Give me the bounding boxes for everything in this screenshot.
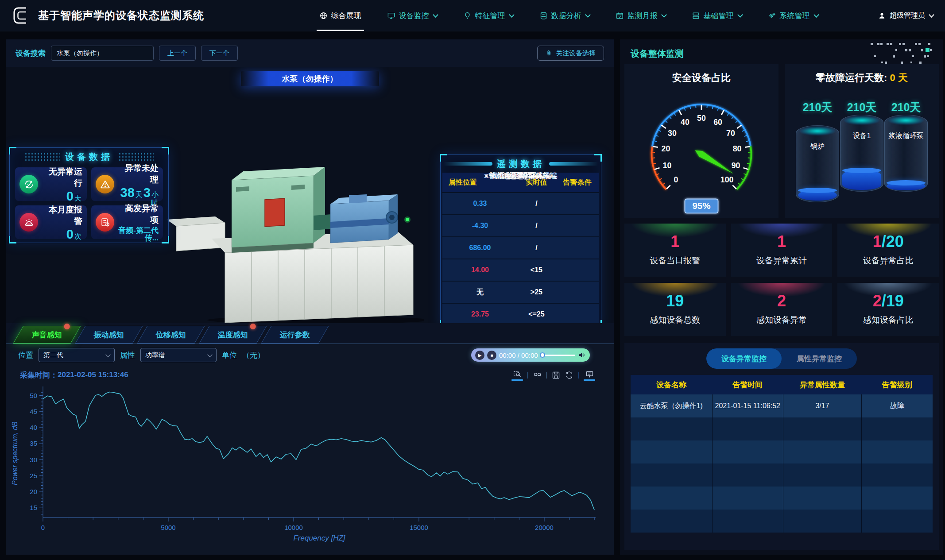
user-menu[interactable]: 超级管理员 (878, 11, 933, 20)
sense-tab[interactable]: 声音感知 (13, 326, 81, 344)
svg-text:30: 30 (668, 129, 677, 138)
dots-decoration (118, 152, 154, 161)
position-select[interactable]: 第二代 (39, 348, 115, 362)
alarm-tab[interactable]: 属性异常监控 (782, 348, 857, 369)
left-panel: 设备搜索 上一个 下一个 关注设备选择 水泵（勿操作） (6, 39, 614, 555)
next-device-button[interactable]: 下一个 (201, 46, 238, 61)
tank-cylinder: 锅炉 (796, 125, 839, 202)
tank-liquid (887, 182, 926, 190)
chevron-down-icon (929, 12, 934, 18)
svg-text:40: 40 (30, 424, 37, 431)
save-image-icon[interactable] (551, 371, 561, 380)
dots-decoration (853, 42, 933, 65)
restore-icon[interactable] (565, 371, 574, 380)
tank-liquid (842, 170, 881, 190)
device-data-panel: 设备数据 无异常运行 0天 (9, 147, 169, 243)
app-root: 基于智能声学的设备状态监测系统 综合展现 设备监控 特征管理 (0, 0, 945, 560)
position-label: 位置 (18, 350, 33, 360)
prev-device-button[interactable]: 上一个 (159, 46, 196, 61)
monitor-icon (387, 12, 395, 20)
svg-text:60: 60 (713, 118, 722, 127)
volume-icon[interactable] (578, 351, 586, 359)
globe-icon (319, 12, 328, 20)
main-nav: 综合展现 设备监控 特征管理 数据分析 (259, 0, 878, 31)
seek-slider[interactable] (541, 355, 575, 356)
user-name: 超级管理员 (890, 11, 925, 20)
zoom-reset-icon[interactable] (533, 371, 542, 380)
chevron-down-icon (813, 12, 819, 18)
tank-item: 210天 锅炉 (795, 87, 840, 218)
stat-card: 1 设备异常累计 (731, 224, 833, 277)
stop-button[interactable]: ■ (487, 351, 496, 360)
nav-item[interactable]: 特征管理 (463, 0, 514, 31)
sense-tab[interactable]: 运行参数 (261, 326, 329, 344)
calendar-icon (616, 12, 624, 20)
svg-text:0: 0 (674, 175, 678, 184)
svg-text:95%: 95% (692, 201, 710, 211)
telemetry-panel: 遥测数据 属性位置 实时值 告警条件 x 轴加速度值_泵体末端 (440, 154, 601, 323)
svg-text:50: 50 (30, 392, 37, 399)
zero-fault-card: 零故障运行天数: 0 天 210天 锅炉 (785, 64, 939, 218)
device-search-input[interactable] (51, 46, 154, 61)
attribute-select[interactable]: 功率谱 (140, 348, 217, 362)
svg-text:90: 90 (732, 161, 740, 170)
nav-item[interactable]: 监测月报 (616, 0, 666, 31)
tank-item: 210天 设备1 (840, 87, 884, 218)
alert-badge (64, 324, 70, 329)
alarm-tab[interactable]: 设备异常监控 (706, 348, 782, 369)
chevron-down-icon (433, 12, 438, 18)
telemetry-row: 测试51 无 >25 (442, 281, 599, 303)
unit-label: 单位 (222, 350, 237, 360)
play-button[interactable]: ▶ (475, 351, 484, 360)
nav-item[interactable]: 设备监控 (387, 0, 438, 31)
area-zoom-icon[interactable] (511, 370, 523, 381)
user-icon (878, 12, 886, 20)
stat-card: 1 设备当日报警 (624, 224, 726, 277)
telemetry-title: 遥测数据 (497, 158, 545, 170)
main-content: 设备搜索 上一个 下一个 关注设备选择 水泵（勿操作） (0, 31, 945, 560)
server-icon (692, 12, 700, 20)
nav-item[interactable]: 系统管理 (768, 0, 818, 31)
dots-decoration (24, 152, 60, 161)
svg-text:Frequency [HZ]: Frequency [HZ] (293, 534, 345, 542)
svg-text:30: 30 (30, 456, 37, 463)
database-icon (539, 12, 548, 20)
overview-title: 设备整体监测 (631, 48, 684, 60)
device-data-title: 设备数据 (65, 151, 113, 163)
pump-3d-model (159, 129, 424, 323)
data-view-icon[interactable] (584, 370, 595, 381)
paperclip-icon (546, 50, 553, 57)
tank-cylinder: 浆液循环泵 (884, 115, 928, 192)
telemetry-row: 位移_泵体首端X轴 686.00 / (442, 236, 599, 259)
power-spectrum-chart: 050001000015000200001520253035404550Freq… (6, 384, 614, 553)
chevron-down-icon (207, 352, 212, 357)
svg-text:Power spectrum, dB: Power spectrum, dB (11, 421, 19, 485)
sense-tab[interactable]: 振动感知 (75, 326, 143, 344)
model-viewport[interactable]: 水泵（勿操作） (6, 67, 614, 323)
chart-toolbox: | | | (511, 370, 595, 381)
stat-card: 2 感知设备异常 (731, 283, 833, 336)
svg-text:10000: 10000 (284, 524, 303, 531)
telemetry-table: 属性位置 实时值 告警条件 x 轴加速度值_泵体末端 0.33 / (441, 173, 601, 323)
device-stat-card: 异常未处理 38天3小时 (91, 167, 163, 201)
sense-tab[interactable]: 温度感知 (199, 326, 267, 344)
capture-time-label: 采集时间： (20, 370, 58, 380)
spectrum-controls: 位置 第二代 属性 功率谱 单位 （无） ▶ ■ 00: (6, 344, 614, 366)
nav-item[interactable]: 数据分析 (539, 0, 590, 31)
device-stat-card: 高发异常项 音频-第二代传... (91, 205, 163, 239)
alarm-monitor-card: 设备异常监控 属性异常监控 设备名称告警时间异常属性数量告警级别云酷水泵（勿操作… (624, 343, 939, 550)
device-stat-card: 无异常运行 0天 (15, 167, 87, 201)
focus-device-button[interactable]: 关注设备选择 (537, 46, 604, 61)
stat-card: 19 感知设备总数 (624, 283, 726, 336)
nav-item[interactable]: 综合展现 (319, 0, 361, 31)
nav-item[interactable]: 基础管理 (692, 0, 742, 31)
slider-knob[interactable] (540, 352, 545, 358)
player-time: 00:00 / 00:00 (499, 351, 538, 359)
sense-tab[interactable]: 位移感知 (137, 326, 205, 344)
svg-text:50: 50 (697, 114, 706, 123)
alarm-row[interactable]: 云酷水泵（勿操作1)2021-01-15 11:06:523/17故障 (631, 394, 933, 417)
alarm-empty-row (631, 510, 933, 533)
spectrum-section: 位置 第二代 属性 功率谱 单位 （无） ▶ ■ 00: (6, 344, 614, 555)
tank-liquid (798, 190, 837, 201)
svg-text:70: 70 (726, 129, 735, 138)
